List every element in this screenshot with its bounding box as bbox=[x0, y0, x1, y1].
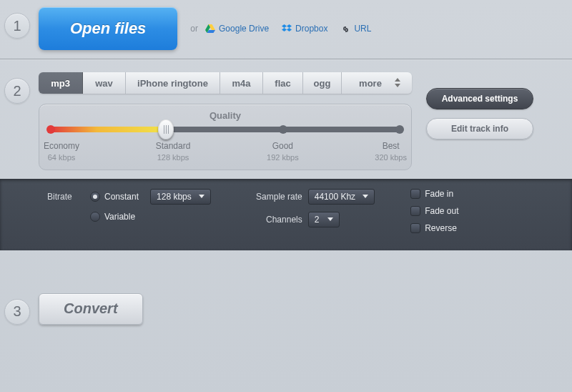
reverse-label: Reverse bbox=[425, 223, 457, 233]
edit-track-info-button[interactable]: Edit track info bbox=[426, 118, 533, 139]
quality-economy: Economy 64 kbps bbox=[44, 141, 79, 162]
sample-rate-value: 44100 Khz bbox=[315, 192, 355, 202]
google-drive-link[interactable]: Google Drive bbox=[205, 24, 269, 34]
side-buttons: Advanced settings Edit track info bbox=[426, 88, 533, 139]
open-files-button[interactable]: Open files bbox=[39, 7, 177, 50]
bitrate-variable-label: Variable bbox=[104, 212, 135, 222]
tab-m4a[interactable]: m4a bbox=[220, 72, 263, 94]
quality-standard: Standard 128 kbps bbox=[156, 141, 191, 162]
svg-marker-6 bbox=[287, 28, 292, 31]
tab-more[interactable]: more bbox=[342, 72, 412, 94]
tab-iphone[interactable]: iPhone ringtone bbox=[126, 72, 220, 94]
section-convert: 3 Convert bbox=[0, 286, 572, 332]
fade-in-label: Fade in bbox=[425, 189, 453, 199]
fade-out-option[interactable]: Fade out bbox=[410, 206, 458, 216]
quality-best-name: Best bbox=[383, 141, 400, 151]
section-format: 2 mp3 wav iPhone ringtone m4a flac ogg m… bbox=[0, 65, 572, 179]
url-label: URL bbox=[354, 24, 371, 34]
reverse-option[interactable]: Reverse bbox=[410, 223, 458, 233]
svg-marker-5 bbox=[282, 28, 287, 31]
svg-marker-3 bbox=[282, 24, 287, 28]
quality-standard-name: Standard bbox=[156, 141, 191, 151]
radio-constant[interactable] bbox=[90, 192, 100, 202]
advanced-settings-button[interactable]: Advanced settings bbox=[426, 88, 533, 109]
col-bitrate: Bitrate Constant 128 kbps Variable bbox=[47, 189, 211, 229]
quality-good-name: Good bbox=[272, 141, 293, 151]
format-tabs: mp3 wav iPhone ringtone m4a flac ogg mor… bbox=[39, 72, 412, 94]
dropbox-label: Dropbox bbox=[295, 24, 327, 34]
quality-slider[interactable] bbox=[51, 127, 400, 132]
caret-icon bbox=[327, 217, 333, 221]
channels-value: 2 bbox=[315, 215, 320, 225]
bitrate-variable-option[interactable]: Variable bbox=[90, 212, 135, 222]
radio-variable[interactable] bbox=[90, 212, 100, 222]
url-link[interactable]: URL bbox=[340, 24, 371, 34]
channels-select[interactable]: 2 bbox=[308, 212, 340, 227]
fade-out-label: Fade out bbox=[425, 206, 458, 216]
tab-mp3[interactable]: mp3 bbox=[39, 72, 83, 94]
bitrate-label: Bitrate bbox=[47, 192, 90, 202]
advanced-panel: Bitrate Constant 128 kbps Variable bbox=[0, 179, 572, 250]
bitrate-constant-label: Constant bbox=[104, 192, 139, 202]
channels-label: Channels bbox=[247, 215, 302, 225]
caret-icon bbox=[363, 195, 368, 198]
quality-panel: Quality Economy 64 kbps bbox=[39, 104, 412, 170]
quality-labels: Economy 64 kbps Standard 128 kbps Good 1… bbox=[51, 141, 400, 162]
quality-best-rate: 320 kbps bbox=[375, 152, 407, 162]
step-2-badge: 2 bbox=[4, 78, 30, 104]
or-text: or bbox=[190, 24, 198, 34]
quality-economy-name: Economy bbox=[44, 141, 79, 151]
sample-rate-label: Sample rate bbox=[247, 192, 302, 202]
sample-rate-select[interactable]: 44100 Khz bbox=[308, 189, 375, 205]
step-3-badge: 3 bbox=[4, 299, 30, 325]
quality-economy-rate: 64 kbps bbox=[44, 152, 79, 162]
tab-wav[interactable]: wav bbox=[83, 72, 126, 94]
slider-knob[interactable] bbox=[158, 119, 174, 139]
quality-best: Best 320 kbps bbox=[375, 141, 407, 162]
bitrate-select[interactable]: 128 kbps bbox=[150, 189, 211, 205]
fade-in-option[interactable]: Fade in bbox=[410, 189, 458, 199]
col-effects: Fade in Fade out Reverse bbox=[410, 189, 458, 240]
slider-tick-good bbox=[279, 125, 287, 134]
link-icon bbox=[340, 24, 350, 33]
dropbox-link[interactable]: Dropbox bbox=[282, 24, 327, 34]
open-alternatives: or Google Drive Dropbox URL bbox=[177, 7, 384, 50]
col-sample: Sample rate 44100 Khz Channels 2 bbox=[247, 189, 375, 235]
fade-in-checkbox[interactable] bbox=[410, 189, 420, 199]
quality-title: Quality bbox=[51, 110, 400, 121]
step-1-badge: 1 bbox=[4, 13, 30, 39]
divider bbox=[0, 59, 572, 59]
svg-marker-4 bbox=[287, 24, 292, 28]
fade-out-checkbox[interactable] bbox=[410, 206, 420, 216]
slider-tick-best bbox=[395, 125, 404, 134]
slider-tick-economy bbox=[46, 125, 55, 134]
slider-fill bbox=[51, 127, 166, 132]
dropbox-icon bbox=[282, 24, 292, 33]
quality-good: Good 192 kbps bbox=[267, 141, 299, 162]
quality-standard-rate: 128 kbps bbox=[156, 152, 191, 162]
google-drive-label: Google Drive bbox=[219, 24, 269, 34]
section-open: 1 Open files or Google Drive Dropbox URL bbox=[0, 0, 572, 57]
quality-good-rate: 192 kbps bbox=[267, 152, 299, 162]
tab-flac[interactable]: flac bbox=[263, 72, 303, 94]
reverse-checkbox[interactable] bbox=[410, 223, 420, 233]
tab-more-label: more bbox=[359, 78, 382, 89]
tab-ogg[interactable]: ogg bbox=[303, 72, 342, 94]
google-drive-icon bbox=[205, 24, 215, 33]
caret-icon bbox=[199, 195, 204, 198]
bitrate-constant-option[interactable]: Constant bbox=[90, 192, 139, 202]
bitrate-select-value: 128 kbps bbox=[157, 192, 192, 202]
convert-button[interactable]: Convert bbox=[39, 293, 143, 325]
